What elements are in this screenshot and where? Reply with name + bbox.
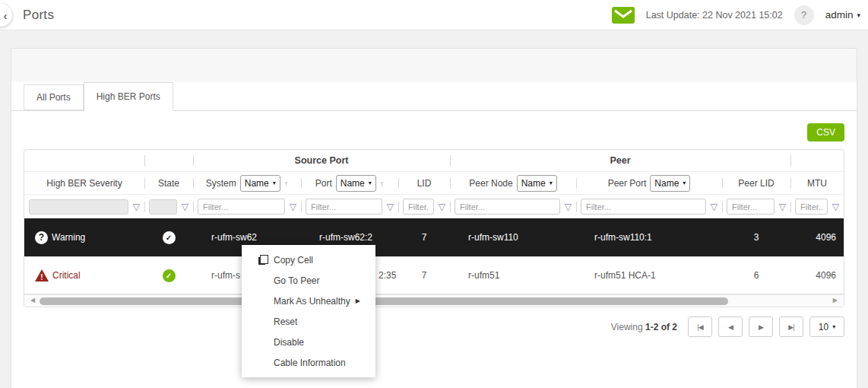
menu-item-disable[interactable]: Disable [242,332,375,352]
horizontal-scrollbar[interactable]: ◀ ▶ [24,294,844,307]
peer-lid-cell: 6 [722,257,790,294]
submenu-arrow-icon: ▶ [356,297,360,304]
col-label: Port [315,178,332,189]
top-bar: ‹ Ports Last Update: 22 Nov 2021 15:02 ?… [0,0,868,30]
severity-filter-select[interactable] [29,199,128,215]
mtu-filter-input[interactable] [795,199,828,215]
filter-funnel-icon[interactable]: ▽ [565,202,572,212]
col-header-system[interactable]: System Name ▾ ↑ [193,172,301,194]
col-label: Peer Port [608,178,647,189]
panel-header-strip [11,49,857,82]
severity-label: Warning [52,232,85,243]
peer-node-filter-input[interactable] [455,199,560,215]
severity-cell: ! Critical [24,257,144,294]
system-name-select[interactable]: Name ▾ [240,175,280,192]
menu-item-go-to-peer[interactable]: Go To Peer [242,270,375,291]
sort-asc-icon[interactable]: ↑ [284,179,289,188]
user-menu[interactable]: admin ▾ [825,9,860,21]
filter-funnel-icon[interactable]: ▽ [387,202,394,212]
filter-funnel-icon[interactable]: ▽ [182,202,188,212]
last-update-text: Last Update: 22 Nov 2021 15:02 [646,10,783,21]
menu-item-reset[interactable]: Reset [242,311,375,332]
filter-funnel-icon[interactable]: ▽ [290,202,296,212]
port-filter-input[interactable] [306,199,382,215]
lid-filter-input[interactable] [403,199,434,215]
filter-cell-lid: ▽ [398,195,450,218]
warning-icon: ? [35,231,48,244]
state-cell: ✓ [144,218,193,256]
filter-cell-peer-port: ▽ [576,195,722,218]
table-toolbar: CSV [11,111,857,149]
table-row-warning[interactable]: ? Warning ✓ r-ufm-sw62 r-ufm-sw62:2 7 r-… [24,218,844,256]
state-ok-icon: ✓ [163,231,176,244]
severity-cell: ? Warning [24,218,144,256]
filter-cell-system: ▽ [193,195,301,218]
ports-panel: All Ports High BER Ports CSV Source Port… [11,48,857,388]
prev-page-button[interactable]: ◀ [718,316,743,337]
mtu-cell: 4096 [790,218,844,256]
filter-funnel-icon[interactable]: ▽ [439,202,445,212]
column-header-row: High BER Severity State System Name ▾ ↑ … [24,171,844,194]
collapse-back-button[interactable]: ‹ [0,4,12,27]
first-page-button[interactable]: |◀ [688,316,712,337]
peer-port-name-select[interactable]: Name ▾ [650,175,690,192]
filter-funnel-icon[interactable]: ▽ [779,202,786,212]
next-page-button[interactable]: ▶ [749,316,773,337]
col-header-port[interactable]: Port Name ▾ ↑ [301,172,398,194]
row-context-menu: Copy Cell Go To Peer Mark As Unhealthy ▶… [242,245,375,377]
peer-lid-cell: 3 [722,218,790,256]
col-header-peer-lid[interactable]: Peer LID [722,172,790,194]
system-filter-input[interactable] [198,199,285,215]
table-row-critical[interactable]: ! Critical ✓ r-ufm-s 2:35 7 r-ufm51 r-uf… [24,256,844,294]
peer-node-cell: r-ufm-sw110 [450,218,576,256]
select-value: Name [341,178,365,189]
tab-all-ports[interactable]: All Ports [24,84,84,110]
col-header-lid[interactable]: LID [398,172,450,194]
lid-cell: 7 [398,218,450,256]
state-ok-icon: ✓ [163,269,176,282]
state-filter-select[interactable] [149,199,177,215]
last-page-button[interactable]: ▶| [779,316,803,337]
page-size-select[interactable]: 10 ▾ [809,316,844,337]
sort-asc-icon[interactable]: ↑ [380,179,385,188]
menu-item-mark-as-unhealthy[interactable]: Mark As Unhealthy ▶ [242,291,375,311]
scrollbar-thumb[interactable] [40,297,728,305]
csv-export-button[interactable]: CSV [807,123,844,142]
peer-node-name-select[interactable]: Name ▾ [517,175,557,192]
menu-item-cable-information[interactable]: Cable Information [242,352,375,373]
help-icon[interactable]: ? [794,5,814,25]
col-header-peer-node[interactable]: Peer Node Name ▾ [450,172,576,194]
pagination: Viewing 1-2 of 2 |◀ ◀ ▶ ▶| 10 ▾ [11,307,857,337]
scroll-right-icon[interactable]: ▶ [833,297,838,304]
user-name: admin [825,9,854,21]
mail-icon[interactable] [612,7,635,24]
select-value: Name [245,178,269,189]
filter-funnel-icon[interactable]: ▽ [711,202,718,212]
peer-lid-filter-input[interactable] [727,199,775,215]
peer-port-filter-input[interactable] [581,199,706,215]
chevron-down-icon: ▾ [683,180,686,186]
critical-icon: ! [35,269,49,281]
scroll-left-icon[interactable]: ◀ [30,297,35,304]
filter-cell-severity: ▽ [24,195,144,218]
col-header-peer-port[interactable]: Peer Port Name ▾ [576,172,722,194]
copy-icon [258,255,268,265]
col-header-state[interactable]: State [144,172,193,194]
filter-funnel-icon[interactable]: ▽ [133,202,140,212]
filter-cell-peer-lid: ▽ [722,195,790,218]
filter-cell-port: ▽ [301,195,398,218]
filter-funnel-icon[interactable]: ▽ [832,202,839,212]
col-header-mtu[interactable]: MTU [790,172,844,194]
filter-cell-mtu: ▽ [790,195,844,218]
menu-item-copy-cell[interactable]: Copy Cell [242,250,375,270]
severity-label: Critical [52,270,81,281]
port-name-select[interactable]: Name ▾ [336,175,376,192]
chevron-down-icon: ▾ [832,323,835,330]
tab-bar: All Ports High BER Ports [11,82,857,111]
group-spacer [790,150,844,171]
col-label: System [206,178,236,189]
col-header-severity[interactable]: High BER Severity [24,172,144,194]
group-peer: Peer [450,150,790,171]
mtu-cell: 4096 [790,257,844,294]
tab-high-ber-ports[interactable]: High BER Ports [84,82,173,111]
